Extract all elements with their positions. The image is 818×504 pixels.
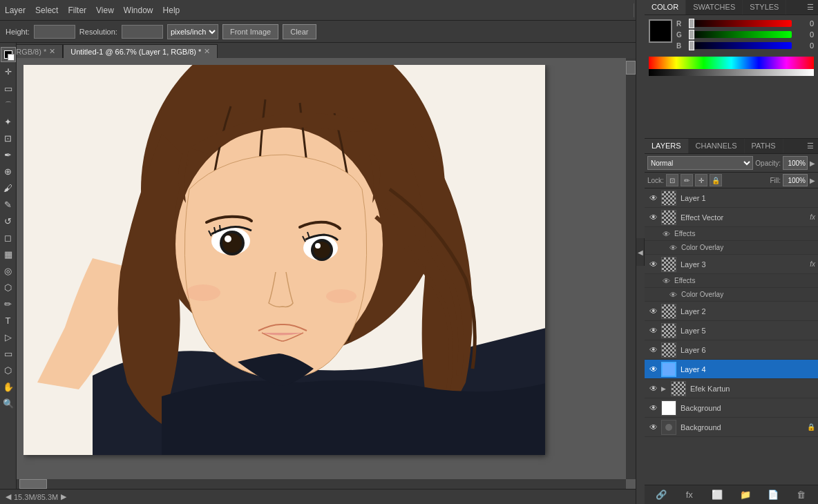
color-overlay1-eye-icon[interactable]: 👁 bbox=[669, 244, 677, 252]
pen-tool[interactable]: ✏ bbox=[1, 296, 16, 311]
layer-item-layer3[interactable]: 👁 Layer 3 fx bbox=[645, 255, 818, 274]
layer1-visibility-icon[interactable]: 👁 bbox=[647, 192, 660, 204]
panel-collapse-button[interactable]: ◀ bbox=[636, 238, 645, 266]
menu-view[interactable]: View bbox=[91, 3, 119, 18]
r-slider-track[interactable] bbox=[689, 20, 792, 27]
layer-item-color-overlay1[interactable]: 👁 Color Overlay bbox=[645, 241, 818, 255]
layer-item-effects1[interactable]: 👁 Effects bbox=[645, 227, 818, 241]
tab-paths[interactable]: PATHS bbox=[745, 139, 783, 153]
fill-input[interactable] bbox=[783, 174, 808, 186]
layer-item-layer1[interactable]: 👁 Layer 1 bbox=[645, 188, 818, 208]
shape-tool[interactable]: ▭ bbox=[1, 346, 16, 361]
path-selection-tool[interactable]: ▷ bbox=[1, 329, 16, 345]
add-mask-button[interactable]: ⬜ bbox=[710, 487, 725, 503]
lock-all-btn[interactable]: 🔒 bbox=[710, 174, 722, 186]
horizontal-scrollbar[interactable] bbox=[17, 479, 626, 489]
layer-item-layer5[interactable]: 👁 Layer 5 bbox=[645, 321, 818, 340]
layer3-visibility-icon[interactable]: 👁 bbox=[647, 258, 660, 271]
clone-stamp-tool[interactable]: ✎ bbox=[1, 197, 16, 212]
new-layer-button[interactable]: 📄 bbox=[765, 487, 781, 503]
b-slider-track[interactable] bbox=[689, 42, 792, 49]
eyedropper-tool[interactable]: ✒ bbox=[1, 147, 16, 162]
layer-item-layer4[interactable]: 👁 Layer 4 bbox=[645, 360, 818, 379]
g-slider-thumb[interactable] bbox=[689, 30, 694, 39]
layer-item-layer6[interactable]: 👁 Layer 6 bbox=[645, 340, 818, 360]
add-fx-button[interactable]: fx bbox=[682, 487, 697, 503]
menu-help[interactable]: Help bbox=[158, 3, 185, 18]
background-dark-visibility-icon[interactable]: 👁 bbox=[647, 421, 660, 434]
r-slider-thumb[interactable] bbox=[689, 19, 694, 28]
lock-transparent-btn[interactable]: ⊡ bbox=[666, 174, 678, 186]
link-layers-button[interactable]: 🔗 bbox=[654, 487, 669, 503]
effects1-eye-icon[interactable]: 👁 bbox=[663, 230, 670, 238]
menu-select[interactable]: Select bbox=[30, 3, 63, 18]
layer2-visibility-icon[interactable]: 👁 bbox=[647, 305, 660, 318]
layers-panel-menu[interactable]: ☰ bbox=[803, 139, 818, 153]
layer5-visibility-icon[interactable]: 👁 bbox=[647, 324, 660, 337]
brush-tool[interactable]: 🖌 bbox=[1, 180, 16, 195]
clear-button[interactable]: Clear bbox=[283, 24, 316, 39]
lock-position-btn[interactable]: ✛ bbox=[695, 174, 707, 186]
dodge-tool[interactable]: ⬡ bbox=[1, 280, 16, 295]
layer-item-background[interactable]: 👁 Background bbox=[645, 398, 818, 418]
status-arrow-left[interactable]: ◀ bbox=[6, 492, 11, 501]
g-slider-track[interactable] bbox=[689, 31, 792, 38]
blend-mode-select[interactable]: Normal bbox=[647, 156, 753, 170]
opacity-arrow-icon[interactable]: ▶ bbox=[810, 159, 815, 167]
3d-tool[interactable]: ⬡ bbox=[1, 362, 16, 378]
resolution-unit-select[interactable]: pixels/inch bbox=[167, 24, 218, 39]
b-slider-thumb[interactable] bbox=[689, 41, 694, 50]
tab-1[interactable]: Untitled-1 @ 66.7% (Layer 1, RGB/8) * ✕ bbox=[63, 44, 218, 58]
layer-item-layer2[interactable]: 👁 Layer 2 bbox=[645, 302, 818, 321]
effects2-eye-icon[interactable]: 👁 bbox=[663, 277, 670, 285]
tab-0-close[interactable]: ✕ bbox=[49, 47, 55, 56]
opacity-input[interactable] bbox=[783, 156, 808, 170]
type-tool[interactable]: T bbox=[1, 313, 16, 328]
marquee-tool[interactable]: ▭ bbox=[1, 81, 16, 96]
tab-channels[interactable]: CHANNELS bbox=[689, 139, 745, 153]
crop-tool[interactable]: ⊡ bbox=[1, 130, 16, 146]
height-input[interactable] bbox=[34, 25, 75, 39]
color-swatch[interactable] bbox=[649, 19, 672, 43]
layer-item-color-overlay2[interactable]: 👁 Color Overlay bbox=[645, 288, 818, 302]
effect-vector-visibility-icon[interactable]: 👁 bbox=[647, 211, 660, 224]
color-panel-menu[interactable]: ☰ bbox=[803, 0, 818, 14]
tab-1-close[interactable]: ✕ bbox=[204, 47, 210, 56]
menu-window[interactable]: Window bbox=[119, 3, 158, 18]
layer-item-background-dark[interactable]: 👁 Background 🔒 bbox=[645, 418, 818, 437]
resolution-input[interactable] bbox=[122, 25, 163, 39]
lock-image-btn[interactable]: ✏ bbox=[681, 174, 693, 186]
background-visibility-icon[interactable]: 👁 bbox=[647, 402, 660, 414]
status-arrow-right[interactable]: ▶ bbox=[61, 492, 66, 501]
fill-arrow-icon[interactable]: ▶ bbox=[810, 177, 815, 184]
layer4-visibility-icon[interactable]: 👁 bbox=[647, 363, 660, 376]
efek-kartun-visibility-icon[interactable]: 👁 bbox=[647, 382, 660, 395]
front-image-button[interactable]: Front Image bbox=[222, 24, 278, 39]
layer-item-efek-kartun[interactable]: 👁 ▶ Efek Kartun bbox=[645, 379, 818, 398]
heal-tool[interactable]: ⊕ bbox=[1, 164, 16, 179]
tab-swatches[interactable]: SWATCHES bbox=[686, 0, 743, 14]
vertical-scrollbar[interactable] bbox=[626, 58, 636, 479]
history-brush-tool[interactable]: ↺ bbox=[1, 213, 16, 229]
menu-filter[interactable]: Filter bbox=[63, 3, 91, 18]
eraser-tool[interactable]: ◻ bbox=[1, 230, 16, 245]
magic-wand-tool[interactable]: ✦ bbox=[1, 114, 16, 129]
menu-layer[interactable]: Layer bbox=[0, 3, 30, 18]
tab-layers[interactable]: LAYERS bbox=[645, 139, 689, 153]
delete-layer-button[interactable]: 🗑 bbox=[794, 487, 809, 503]
layer-item-effect-vector[interactable]: 👁 Effect Vector fx bbox=[645, 208, 818, 227]
lasso-tool[interactable]: ⌒ bbox=[1, 97, 16, 113]
tab-styles[interactable]: STYLES bbox=[743, 0, 786, 14]
layer-item-effects2[interactable]: 👁 Effects bbox=[645, 274, 818, 288]
color-overlay2-eye-icon[interactable]: 👁 bbox=[669, 291, 677, 299]
layer6-visibility-icon[interactable]: 👁 bbox=[647, 344, 660, 356]
tab-color[interactable]: COLOR bbox=[645, 0, 686, 14]
efek-kartun-expand-icon[interactable]: ▶ bbox=[661, 385, 669, 392]
blur-tool[interactable]: ◎ bbox=[1, 263, 16, 278]
hand-tool[interactable]: ✋ bbox=[1, 379, 16, 394]
zoom-tool[interactable]: 🔍 bbox=[1, 396, 16, 411]
move-tool[interactable]: ✛ bbox=[1, 64, 16, 79]
foreground-bg-color[interactable] bbox=[1, 47, 16, 62]
color-bw-gradient[interactable] bbox=[649, 69, 814, 76]
new-group-button[interactable]: 📁 bbox=[738, 487, 753, 503]
